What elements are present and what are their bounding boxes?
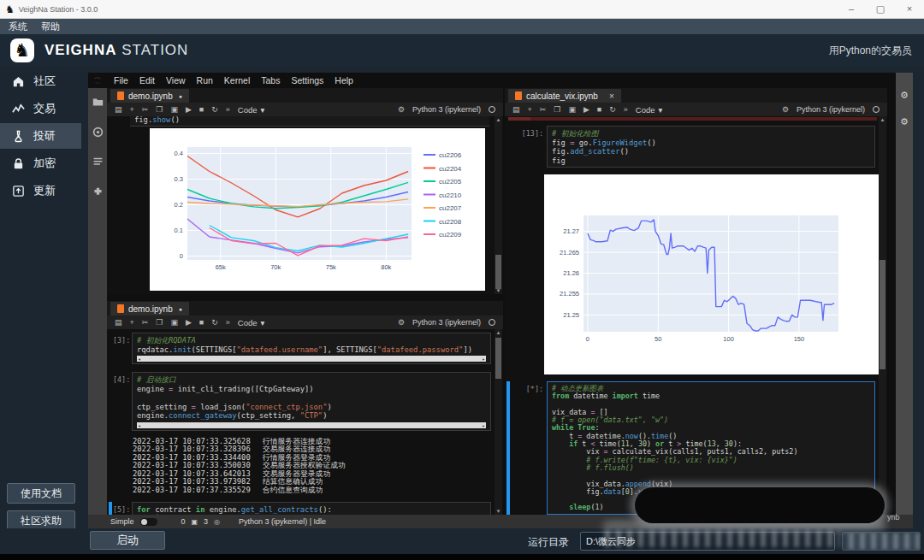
jupyter-menu-run[interactable]: Run [197,75,213,85]
debugger-icon[interactable]: ⚙ [398,318,405,327]
partial-code-line[interactable]: fig.show() [130,116,489,127]
chart-svg: 00.10.20.30.465k70k75k80kcu2206cu2204cu2… [150,128,485,291]
svg-text:0.3: 0.3 [175,175,183,183]
title-bar: ♞ VeighNa Station - 3.0.0 –▢× [0,0,924,19]
extensions-icon[interactable] [92,186,104,197]
vertical-scrollbar[interactable]: ▲ ▼ [495,329,502,515]
code-editor[interactable]: for contract in engine.get_all_contracts… [132,502,491,515]
save-icon[interactable]: ▤ [115,318,122,327]
jupyter-menu-file[interactable]: File [114,75,128,85]
svg-text:cu2205: cu2205 [439,178,462,186]
menu-help[interactable]: 帮助 [41,21,60,33]
tab-demo-ipynb[interactable]: demo.ipynb ● [110,302,189,315]
close-icon[interactable]: × [895,3,924,15]
cell-type-select[interactable]: Code▾ [238,105,265,115]
add-cell-icon[interactable]: + [130,105,134,114]
svg-text:75k: 75k [326,263,336,271]
sidebar-item-research[interactable]: 投研 [0,123,81,149]
menu-system[interactable]: 系统 [9,21,27,33]
cut-icon[interactable]: ✂ [142,105,149,114]
sidebar-item-community[interactable]: 社区 [0,68,81,94]
paste-icon[interactable]: ▣ [568,105,576,114]
lock-icon [12,157,25,170]
cut-icon[interactable]: ✂ [540,105,547,114]
svg-text:80k: 80k [381,263,391,271]
stop-icon[interactable]: ■ [597,105,601,114]
cell-type-select[interactable]: Code▾ [238,318,265,327]
run-icon[interactable]: ▶ [186,318,192,327]
restart-icon[interactable]: ↻ [609,105,616,114]
choose-directory-button[interactable] [842,532,921,551]
kernel-name[interactable]: Python 3 (ipykernel) [412,318,481,327]
kernel-name[interactable]: Python 3 (ipykernel) [412,105,481,114]
code-cell-13[interactable]: [13]:# 初始化绘图fig = go.FigureWidget()fig.a… [506,126,875,168]
settings-icon[interactable]: ⚙ [900,116,909,127]
maximize-icon[interactable]: ▢ [866,3,895,15]
restart-icon[interactable]: ↻ [211,318,218,327]
launch-button[interactable]: 启动 [90,531,165,550]
jupyter-menu-view[interactable]: View [166,75,186,85]
copy-icon[interactable]: ❐ [554,105,560,114]
restart-run-all-icon[interactable]: » [226,105,230,114]
chevron-down-icon: ▾ [659,105,663,115]
kernel-name[interactable]: Python 3 (ipykernel) [797,105,865,114]
jupyter-menu-settings[interactable]: Settings [291,75,323,85]
jupyter-menu-kernel[interactable]: Kernel [224,75,250,85]
sidebar-item-update[interactable]: 更新 [0,178,81,203]
code-editor[interactable]: # 初始化RQDATArqdatac.init(SETTINGS["datafe… [132,333,491,364]
jupyter-menu-edit[interactable]: Edit [139,75,155,85]
code-editor[interactable]: # 启动接口engine = init_cli_trading([CtpGate… [132,372,491,431]
debugger-icon[interactable]: ⚙ [398,105,405,114]
restart-icon[interactable]: ↻ [211,105,218,114]
code-cell-5[interactable]: [5]:for contract in engine.get_all_contr… [109,502,491,515]
copy-icon[interactable]: ❐ [156,105,163,114]
sidebar-item-encrypt[interactable]: 加密 [0,150,81,176]
code-cell-3[interactable]: [3]:# 初始化RQDATArqdatac.init(SETTINGS["da… [109,333,491,364]
table-of-contents-icon[interactable] [92,156,104,168]
vertical-scrollbar[interactable]: ▲ ▼ [495,116,502,294]
save-icon[interactable]: ▤ [512,105,520,114]
jupyter-menu-help[interactable]: Help [335,75,353,85]
tab-demo-ipynb[interactable]: demo.ipynb ● [110,89,189,103]
code-editor[interactable]: # 初始化绘图fig = go.FigureWidget()fig.add_sc… [547,126,875,168]
run-icon[interactable]: ▶ [583,105,589,114]
stop-icon[interactable]: ■ [199,318,204,327]
app-sidebar: 社区 交易 投研 加密 更新 使用文档 社区求助 知 [0,67,81,554]
add-cell-icon[interactable]: + [528,105,532,114]
scrolled-error-output-strip [508,117,877,121]
paste-icon[interactable]: ▣ [170,318,178,327]
jupyter-menu-tabs[interactable]: Tabs [261,75,280,85]
simple-mode-toggle[interactable] [140,518,157,526]
running-kernels-icon[interactable] [92,127,104,138]
horizontal-scrollbar[interactable]: ◂▸ [137,356,486,362]
code-cell-4[interactable]: [4]:# 启动接口engine = init_cli_trading([Ctp… [109,372,491,431]
selected-cell-bar [109,333,112,364]
tagline: 用Python的交易员 [829,44,912,58]
notebook-file-icon [515,91,522,100]
close-tab-icon[interactable]: × [609,91,614,101]
save-icon[interactable]: ▤ [115,105,122,114]
property-inspector-icon[interactable]: ⚙ [900,90,909,101]
cell-type-select[interactable]: Code▾ [636,105,663,115]
paste-icon[interactable]: ▣ [170,105,178,114]
restart-run-all-icon[interactable]: » [624,105,628,114]
cut-icon[interactable]: ✂ [142,318,149,327]
run-icon[interactable]: ▶ [186,105,192,114]
horizontal-scrollbar[interactable]: ◂▸ [137,422,486,428]
debugger-icon[interactable]: ⚙ [782,105,789,114]
cell-prompt: [4]: [113,372,132,431]
update-icon [12,185,25,197]
tab-calculate-vix-ipynb[interactable]: calculate_vix.ipynb × [508,89,621,103]
file-browser-icon[interactable] [92,97,104,108]
vertical-scrollbar[interactable]: ▲ ▼ [879,116,886,515]
minimize-icon[interactable]: – [837,3,866,15]
restart-run-all-icon[interactable]: » [226,318,230,327]
docs-button[interactable]: 使用文档 [7,483,75,504]
kernel-count: 3 [204,517,208,526]
sidebar-item-trading[interactable]: 交易 [0,96,81,121]
stop-icon[interactable]: ■ [199,105,204,114]
os-taskbar[interactable] [0,554,924,560]
add-cell-icon[interactable]: + [130,318,134,327]
copy-icon[interactable]: ❐ [156,318,163,327]
svg-text:0.4: 0.4 [175,150,183,157]
